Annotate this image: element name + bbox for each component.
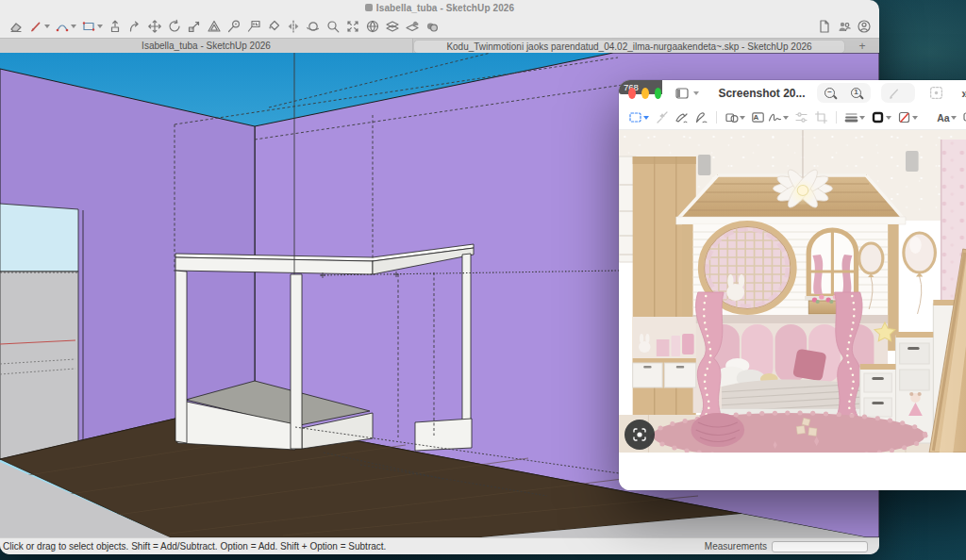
selection-caret[interactable] [643, 116, 649, 120]
close-button[interactable] [628, 88, 636, 99]
text-style-button[interactable]: Aa [935, 108, 958, 127]
magic-selection-button[interactable] [922, 80, 951, 106]
new-document-icon [817, 19, 832, 34]
tape-measure-icon [226, 19, 242, 34]
tab-kodu-twinmotion[interactable]: Kodu_Twinmotioni jaoks parendatud_04.02_… [413, 40, 845, 54]
sketch-pen-icon [675, 110, 689, 124]
zoom-out-glyph: − [825, 87, 834, 96]
components-tool[interactable] [422, 17, 441, 36]
eraser-icon [8, 19, 24, 34]
lens-search-button[interactable] [625, 420, 655, 450]
sidebar-icon [675, 86, 690, 101]
rectangle-tool-caret[interactable] [97, 25, 103, 28]
adjust-sliders-icon [794, 110, 808, 124]
draw-tool[interactable] [692, 108, 710, 127]
follow-me-icon [127, 19, 142, 34]
text-style-caret[interactable] [951, 116, 957, 120]
shapes-caret[interactable] [740, 116, 745, 120]
pencil-icon [888, 86, 902, 100]
zoom-icon [325, 19, 341, 34]
plus-icon: + [858, 40, 865, 53]
zoom-extents-icon [345, 19, 360, 34]
sketchup-document-icon [365, 4, 373, 11]
section-plane-tool[interactable] [382, 17, 402, 36]
preview-window-title: Screenshot 20... [718, 87, 805, 100]
fill-color-icon [897, 110, 911, 124]
actual-size-button[interactable]: 1 [843, 83, 870, 103]
lens-icon [632, 427, 647, 442]
styles-tool[interactable] [402, 17, 422, 36]
add-location-tool[interactable] [362, 17, 382, 36]
preview-titlebar[interactable]: Screenshot 20... − 1 + » [619, 80, 966, 106]
text-tool[interactable]: A [749, 108, 764, 127]
move-icon [147, 19, 162, 34]
push-pull-tool[interactable] [105, 17, 125, 36]
arc-tool[interactable] [52, 17, 78, 36]
offset-tool[interactable] [204, 17, 224, 36]
shape-style-button[interactable] [842, 108, 867, 127]
push-pull-icon [108, 19, 123, 34]
sign-tool[interactable] [766, 108, 791, 127]
adjust-tool[interactable] [792, 108, 810, 127]
sketchup-titlebar[interactable]: Isabella_tuba - SketchUp 2026 [0, 0, 879, 15]
new-document-button[interactable] [814, 17, 834, 36]
label-tool[interactable] [243, 17, 263, 36]
fill-color-caret[interactable] [912, 116, 918, 120]
zoom-out-button[interactable]: − [817, 83, 843, 103]
section-plane-icon [385, 19, 400, 34]
tab-isabella-tuba[interactable]: Isabella_tuba - SketchUp 2026 [0, 39, 413, 53]
signature-icon [768, 110, 782, 124]
zoom-tool[interactable] [323, 17, 342, 36]
line-tool[interactable] [25, 17, 52, 36]
rectangle-icon [81, 19, 96, 34]
pendant-light [906, 151, 919, 172]
shapes-tool[interactable] [723, 108, 747, 127]
crop-tool[interactable] [812, 108, 830, 127]
text-tool-glyph: A [754, 113, 759, 122]
follow-me-tool[interactable] [125, 17, 144, 36]
shape-style-caret[interactable] [859, 116, 865, 120]
share-button[interactable] [834, 17, 854, 36]
sign-caret[interactable] [783, 116, 789, 120]
selection-tool[interactable] [626, 108, 651, 127]
arc-tool-caret[interactable] [71, 25, 76, 28]
minimize-button[interactable] [641, 88, 649, 99]
new-tab-button[interactable]: + [845, 39, 879, 53]
markup-options-button[interactable] [908, 83, 915, 103]
toy-shelves [633, 317, 696, 387]
sidebar-caret[interactable] [693, 91, 699, 95]
fill-color-button[interactable] [895, 108, 920, 127]
sketch-tool[interactable] [673, 108, 691, 127]
line-tool-caret[interactable] [44, 25, 50, 28]
preview-footer [619, 453, 966, 490]
eraser-tool[interactable] [6, 17, 25, 36]
markup-toggle-button[interactable] [881, 83, 908, 103]
sidebar-toggle-button[interactable] [668, 80, 706, 106]
measurements-label: Measurements [705, 538, 767, 554]
pendant-light [698, 155, 711, 175]
instant-alpha-tool[interactable] [653, 108, 671, 127]
border-color-caret[interactable] [886, 116, 891, 120]
measurements-input[interactable] [772, 541, 868, 552]
tab-label: Kodu_Twinmotioni jaoks parendatud_04.02_… [446, 41, 811, 52]
zoom-controls-group: − 1 + [817, 83, 870, 103]
text-style-glyph: Aa [937, 112, 949, 124]
crop-icon [814, 110, 828, 124]
zoom-extents-tool[interactable] [342, 17, 362, 36]
paint-bucket-tool[interactable] [263, 17, 283, 36]
scale-tool[interactable] [184, 17, 204, 36]
move-tool[interactable] [144, 17, 164, 36]
zoom-window-button[interactable] [655, 88, 662, 99]
flip-tool[interactable] [283, 17, 303, 36]
tape-measure-tool[interactable] [224, 17, 243, 36]
rectangle-tool[interactable] [78, 17, 105, 36]
orbit-icon [306, 19, 321, 34]
annotate-button[interactable] [960, 108, 966, 127]
orbit-tool[interactable] [303, 17, 323, 36]
toolbar-overflow-button[interactable]: » [958, 85, 966, 101]
border-color-button[interactable] [869, 108, 893, 127]
account-icon [857, 19, 872, 34]
account-button[interactable] [854, 17, 874, 36]
rotate-tool[interactable] [164, 17, 184, 36]
draw-pen-icon [694, 110, 708, 124]
